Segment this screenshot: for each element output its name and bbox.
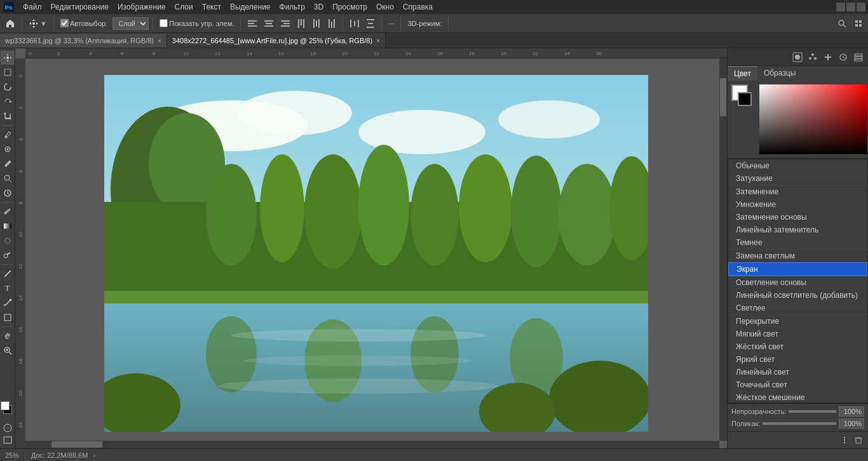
shape-button[interactable] bbox=[1, 311, 15, 324]
lasso-tool-button[interactable] bbox=[1, 80, 15, 94]
pen-button[interactable] bbox=[1, 267, 15, 281]
color-picker[interactable] bbox=[759, 84, 867, 154]
menu-file[interactable]: Файл bbox=[19, 1, 46, 13]
menu-view[interactable]: Просмотр bbox=[329, 1, 371, 13]
menu-help[interactable]: Справка bbox=[399, 1, 437, 13]
blend-darken[interactable]: Затемнение bbox=[728, 185, 867, 198]
history-brush-button[interactable] bbox=[1, 186, 15, 200]
panel-options-icon[interactable] bbox=[837, 433, 851, 447]
layer-select[interactable]: Слой bbox=[112, 17, 149, 30]
quick-mask-button[interactable] bbox=[1, 422, 15, 434]
blend-darker-color[interactable]: Темнее bbox=[728, 236, 867, 249]
align-center-button[interactable] bbox=[261, 17, 276, 30]
menu-text[interactable]: Текст bbox=[198, 1, 225, 13]
blend-color-burn[interactable]: Затемнение основы bbox=[728, 211, 867, 224]
minimize-button[interactable] bbox=[836, 3, 845, 11]
blend-dissolve[interactable]: Затухание bbox=[728, 172, 867, 185]
panel-icon-new[interactable] bbox=[821, 50, 835, 64]
tab-close-2[interactable]: × bbox=[376, 37, 380, 44]
menu-edit[interactable]: Редактирование bbox=[47, 1, 112, 13]
panel-icon-color[interactable] bbox=[790, 50, 804, 64]
restore-button[interactable] bbox=[846, 3, 855, 11]
vertical-scroll-thumb[interactable] bbox=[720, 78, 726, 116]
blend-lighter-color[interactable]: Светлее bbox=[728, 302, 867, 314]
blend-hard-light[interactable]: Жёсткий свет bbox=[728, 340, 867, 353]
menu-filter[interactable]: Фильтр bbox=[276, 1, 309, 13]
blend-screen[interactable]: Экран bbox=[728, 262, 867, 276]
vertical-scrollbar[interactable] bbox=[719, 58, 727, 441]
horizontal-scroll-thumb[interactable] bbox=[51, 441, 102, 448]
blend-lighten[interactable]: Замена светлым bbox=[728, 250, 867, 262]
color-saturation-field[interactable] bbox=[759, 84, 867, 154]
blend-hard-mix[interactable]: Жёсткое смешение bbox=[728, 391, 867, 403]
blend-multiply[interactable]: Умножение bbox=[728, 198, 867, 211]
flow-input[interactable] bbox=[839, 418, 864, 429]
home-button[interactable] bbox=[3, 17, 18, 30]
blend-pin-light[interactable]: Точечный свет bbox=[728, 378, 867, 391]
eraser-button[interactable] bbox=[1, 204, 15, 218]
panel-icon-layers[interactable] bbox=[851, 50, 865, 64]
opacity-input[interactable] bbox=[839, 406, 864, 417]
tab-swatches[interactable]: Образцы bbox=[757, 66, 802, 81]
menu-image[interactable]: Изображение bbox=[114, 1, 170, 13]
separator-1 bbox=[22, 17, 22, 30]
blend-linear-burn[interactable]: Линейный затемнитель bbox=[728, 224, 867, 236]
eyedropper-button[interactable] bbox=[1, 128, 15, 142]
opacity-slider[interactable] bbox=[789, 410, 836, 413]
blend-normal[interactable]: Обычные bbox=[728, 159, 867, 172]
blend-soft-light[interactable]: Мягкий свет bbox=[728, 328, 867, 340]
canvas-image[interactable] bbox=[104, 75, 648, 432]
menu-window[interactable]: Окно bbox=[372, 1, 398, 13]
path-select-button[interactable] bbox=[1, 296, 15, 310]
crop-tool-button[interactable] bbox=[1, 109, 15, 123]
panel-icon-history[interactable] bbox=[836, 50, 850, 64]
svg-line-40 bbox=[7, 253, 10, 255]
more-options-button[interactable]: ··· bbox=[386, 18, 397, 29]
align-bottom-button[interactable] bbox=[325, 17, 339, 30]
align-right-button[interactable] bbox=[278, 17, 293, 30]
tab-file1[interactable]: wp3323661.jpg @ 33,3% (Аппликация, RGB/8… bbox=[0, 34, 167, 48]
dist-v-button[interactable] bbox=[363, 17, 377, 30]
menu-3d[interactable]: 3D bbox=[310, 1, 327, 13]
marquee-tool-button[interactable] bbox=[1, 65, 15, 79]
heal-brush-button[interactable] bbox=[1, 142, 15, 156]
blend-overlay[interactable]: Перекрытие bbox=[728, 315, 867, 328]
show-controls-checkbox[interactable] bbox=[159, 19, 168, 27]
move-options[interactable]: ▼ bbox=[26, 17, 50, 30]
brush-tool-button[interactable] bbox=[1, 157, 15, 171]
blend-vivid-light[interactable]: Яркий свет bbox=[728, 353, 867, 366]
blur-button[interactable] bbox=[1, 234, 15, 248]
close-button[interactable] bbox=[857, 3, 865, 11]
background-color-swatch[interactable] bbox=[738, 92, 752, 106]
panel-icon-adjust[interactable] bbox=[806, 50, 820, 64]
menu-layers[interactable]: Слои bbox=[171, 1, 197, 13]
align-top-button[interactable] bbox=[294, 17, 308, 30]
tab-file2[interactable]: 3408x2272_664485_[www.ArtFile.ru].jpg @ … bbox=[167, 34, 386, 48]
tab-close-1[interactable]: × bbox=[158, 37, 161, 44]
blend-linear-light[interactable]: Линейный свет bbox=[728, 366, 867, 378]
fg-color-swatch[interactable] bbox=[1, 401, 10, 410]
blend-linear-dodge[interactable]: Линейный осветлитель (добавить) bbox=[728, 289, 867, 302]
dodge-button[interactable] bbox=[1, 248, 15, 262]
horizontal-scrollbar[interactable] bbox=[25, 441, 719, 448]
align-middle-button[interactable] bbox=[309, 17, 323, 30]
dist-h-button[interactable] bbox=[347, 17, 362, 30]
zoom-button[interactable] bbox=[1, 344, 15, 357]
screen-mode-button[interactable] bbox=[1, 434, 15, 446]
blend-color-dodge[interactable]: Осветление основы bbox=[728, 276, 867, 289]
text-button[interactable]: T bbox=[1, 281, 15, 295]
menu-select[interactable]: Выделение bbox=[226, 1, 275, 13]
flow-slider[interactable] bbox=[763, 422, 836, 425]
panel-trash-icon[interactable] bbox=[851, 433, 865, 447]
search-button[interactable] bbox=[835, 18, 849, 29]
clone-stamp-button[interactable] bbox=[1, 171, 15, 185]
tab-color[interactable]: Цвет bbox=[728, 66, 757, 81]
gradient-button[interactable] bbox=[1, 219, 15, 233]
quick-select-button[interactable] bbox=[1, 95, 15, 109]
move-tool-button[interactable] bbox=[1, 51, 15, 65]
align-left-button[interactable] bbox=[245, 17, 260, 30]
workspace-button[interactable] bbox=[851, 18, 865, 29]
hand-button[interactable] bbox=[1, 329, 15, 343]
doc-info-arrow[interactable]: › bbox=[93, 451, 95, 459]
auto-select-checkbox[interactable] bbox=[60, 19, 69, 27]
